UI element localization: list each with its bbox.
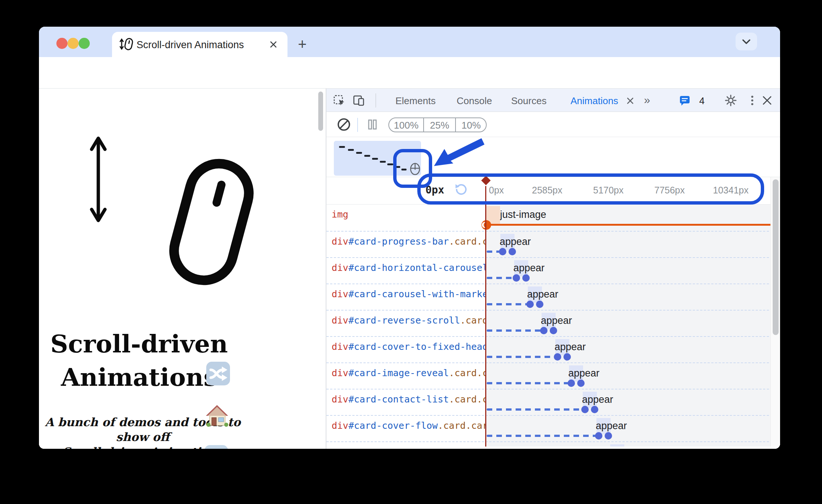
tab-sources[interactable]: Sources	[511, 95, 546, 107]
speed-100-button[interactable]: 100%	[389, 120, 423, 131]
keyframe-delay-line	[487, 303, 527, 305]
animation-name-label: appear	[568, 368, 599, 379]
animations-controls: 100% 25% 10%	[326, 112, 780, 137]
animation-name-label: appear	[527, 289, 558, 300]
animation-row[interactable]: div#card-reverse-scroll.card. appear	[326, 310, 780, 336]
scroll-keyframe-circle[interactable]	[481, 219, 492, 231]
keyframe-dot[interactable]	[581, 406, 589, 413]
keyframe-delay-line	[487, 251, 500, 253]
row-selector[interactable]: div#card-carousel-with-marker	[332, 289, 485, 304]
home-button[interactable]	[204, 403, 230, 429]
animation-row[interactable]: div#card-carousel-with-marker appear	[326, 284, 780, 310]
inspect-element-icon[interactable]	[332, 94, 346, 107]
selector-classes: .card.ca	[449, 394, 485, 405]
speed-10-button[interactable]: 10%	[456, 120, 486, 131]
playback-speed-group: 100% 25% 10%	[388, 117, 487, 132]
row-selector[interactable]: div#card-horizontal-carousel.	[332, 262, 485, 277]
scroll-mouse-illustration	[61, 111, 299, 318]
row-selector[interactable]: div#card-cover-to-fixed-heade	[332, 341, 485, 356]
keyframe-dot[interactable]	[522, 274, 530, 282]
keyframe-dot[interactable]	[536, 301, 543, 308]
selector-tag: div	[332, 262, 348, 273]
row-selector[interactable]: div#card-progress-bar.card.ca	[332, 236, 485, 251]
row-selector[interactable]: div#card-image-reveal.card.ca	[332, 368, 485, 382]
minimize-window-button[interactable]	[68, 38, 79, 49]
animation-row[interactable]: div#card-cover-to-fixed-heade appear	[326, 336, 780, 362]
keyframe-delay-line	[487, 277, 513, 279]
controls-divider	[357, 118, 358, 132]
keyframe-dot[interactable]	[513, 274, 520, 282]
selector-classes: .card.ca	[449, 368, 485, 378]
info-button[interactable]: i	[203, 444, 229, 449]
devtools-tabbar-divider	[375, 93, 376, 107]
issues-bubble-icon[interactable]	[678, 94, 691, 107]
tab-elements[interactable]: Elements	[395, 95, 435, 107]
speed-25-button[interactable]: 25%	[424, 120, 455, 131]
row-selector[interactable]: div#card-contact-list.card.ca	[332, 394, 485, 409]
keyframe-dot[interactable]	[540, 327, 548, 334]
keyframe-dot[interactable]	[509, 248, 516, 255]
keyframe-dot[interactable]	[499, 248, 506, 255]
keyframe-dot[interactable]	[605, 432, 612, 440]
browser-window: Scroll-driven Animations +	[39, 27, 780, 449]
animation-row[interactable]	[326, 441, 780, 447]
animation-name-label: appear	[500, 236, 531, 248]
keyframe-dot[interactable]	[526, 301, 534, 308]
row-selector[interactable]: div#card-reverse-scroll.card.	[332, 315, 485, 330]
selector-id: #card-image-reveal	[348, 368, 449, 378]
tab-close-icon[interactable]	[269, 40, 278, 49]
tab-animations[interactable]: Animations	[571, 95, 618, 107]
selector-id: #card-carousel-with-marker	[348, 289, 485, 299]
keyframe-delay-line	[487, 356, 555, 358]
selector-tag: div	[332, 289, 348, 299]
devtools-menu-icon[interactable]	[746, 94, 759, 107]
clear-all-icon[interactable]	[336, 117, 352, 132]
browser-tab[interactable]: Scroll-driven Animations	[112, 32, 287, 57]
close-animations-tab-icon[interactable]	[625, 96, 635, 106]
animation-row[interactable]: div#card-image-reveal.card.ca appear	[326, 362, 780, 389]
selector-id: #card-horizontal-carousel	[348, 262, 485, 273]
tab-console[interactable]: Console	[457, 95, 492, 107]
page-content: Scroll-driven Animations A bunch of demo…	[39, 89, 326, 449]
devtools-tabbar: Elements Console Sources Animations » 4	[326, 89, 780, 112]
devtools-scrollbar-thumb[interactable]	[773, 179, 779, 335]
keyframe-dot[interactable]	[595, 432, 602, 440]
issues-count-badge[interactable]: 4	[699, 95, 704, 107]
zoom-window-button[interactable]	[79, 38, 90, 49]
animation-row[interactable]: div#card-horizontal-carousel. appear	[326, 257, 780, 284]
row-selector[interactable]: img	[332, 209, 485, 224]
devtools-scrollbar[interactable]	[770, 177, 780, 447]
selector-classes: .card.	[460, 315, 485, 326]
keyframe-dot[interactable]	[550, 327, 557, 334]
selector-tag: div	[332, 236, 348, 247]
close-devtools-icon[interactable]	[760, 94, 774, 107]
animation-row[interactable]: div#card-cover-flow.card.card appear	[326, 415, 780, 441]
animation-row[interactable]: img adjust-image	[326, 205, 780, 231]
keyframe-dot[interactable]	[563, 353, 571, 361]
keyframe-dot[interactable]	[591, 406, 598, 413]
desktop-background: Scroll-driven Animations +	[0, 0, 822, 504]
playhead-line[interactable]	[485, 186, 486, 447]
keyframe-delay-line	[487, 408, 582, 411]
keyframe-dot[interactable]	[577, 379, 585, 387]
pause-icon[interactable]	[366, 118, 379, 131]
new-tab-button[interactable]: +	[296, 39, 308, 50]
animation-row[interactable]: div#card-contact-list.card.ca appear	[326, 389, 780, 415]
speed-divider	[455, 118, 456, 132]
keyframe-dot[interactable]	[568, 379, 575, 387]
selector-id: #card-cover-to-fixed-heade	[348, 341, 485, 352]
animation-rows: img adjust-image div#card-progress-bar.c…	[326, 205, 780, 447]
device-toolbar-icon[interactable]	[352, 94, 366, 107]
tab-search-button[interactable]	[736, 33, 757, 50]
close-window-button[interactable]	[56, 38, 68, 49]
keyframe-dot[interactable]	[554, 353, 561, 361]
keyframe-delay-line	[487, 435, 596, 437]
row-selector[interactable]: div#card-cover-flow.card.card	[332, 420, 485, 435]
selector-tag: div	[332, 341, 348, 352]
selector-tag: div	[332, 315, 348, 326]
gear-icon[interactable]	[724, 94, 737, 107]
animation-row[interactable]: div#card-progress-bar.card.ca appear	[326, 231, 780, 257]
more-tabs-icon[interactable]: »	[644, 94, 650, 106]
page-scrollbar[interactable]	[318, 92, 323, 131]
shuffle-button[interactable]	[205, 361, 231, 387]
